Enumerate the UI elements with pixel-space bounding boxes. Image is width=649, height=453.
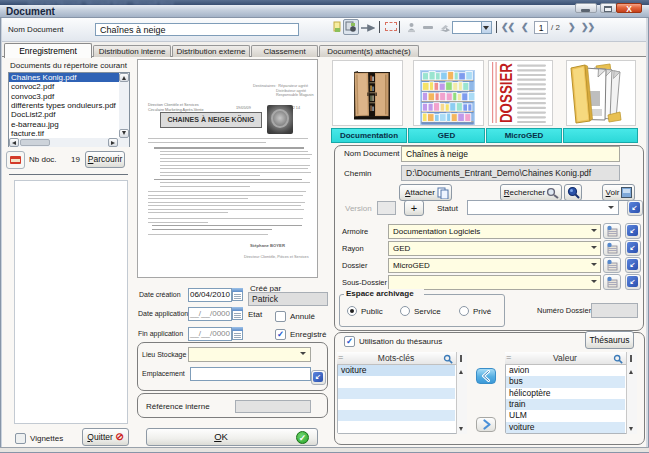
svg-text:DOSSIER: DOSSIER (497, 63, 516, 123)
